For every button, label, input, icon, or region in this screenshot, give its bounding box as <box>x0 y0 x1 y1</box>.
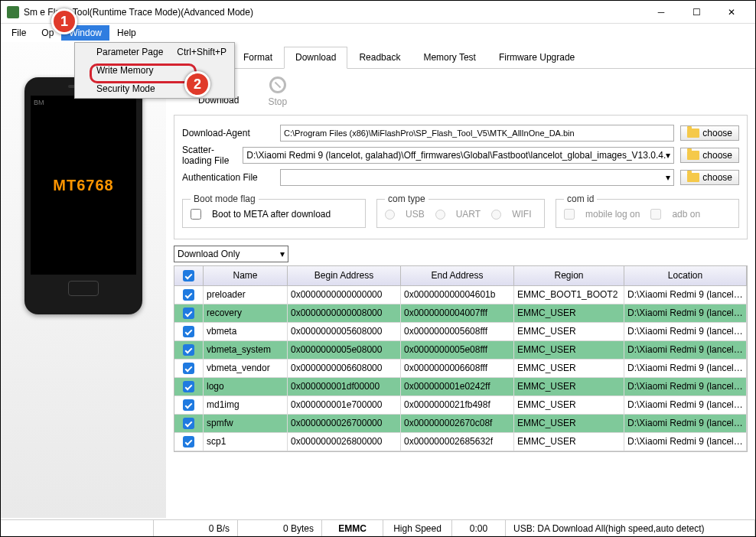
col-region[interactable]: Region <box>514 266 624 285</box>
home-button-icon <box>68 281 99 296</box>
table-row[interactable]: scp1 0x0000000026800000 0x00000000268563… <box>174 433 747 451</box>
cell-end: 0x0000000021fb498f <box>401 396 514 414</box>
status-bytes: 0 Bytes <box>238 520 322 536</box>
tab-firmware-upgrade[interactable]: Firmware Upgrade <box>487 47 586 68</box>
menu-file[interactable]: File <box>4 25 34 41</box>
minimize-button[interactable]: ─ <box>644 1 679 24</box>
table-row[interactable]: recovery 0x0000000000008000 0x0000000004… <box>174 304 747 323</box>
download-agent-input[interactable] <box>280 125 674 142</box>
cell-location: D:\Xiaomi Redmi 9 (lancelot, ... <box>624 360 747 377</box>
cell-begin: 0x0000000000008000 <box>288 304 401 322</box>
button-label: Stop <box>268 96 287 107</box>
cell-location: D:\Xiaomi Redmi 9 (lancelot, ... <box>624 415 747 432</box>
chip-label: MT6768 <box>53 177 113 194</box>
col-location[interactable]: Location <box>624 266 747 285</box>
choose-scatter-button[interactable]: choose <box>680 148 739 163</box>
menu-parameter-page[interactable]: Parameter Page Ctrl+Shift+P <box>75 43 234 61</box>
row-check[interactable] <box>174 341 204 359</box>
row-check[interactable] <box>174 415 204 432</box>
status-storage: EMMC <box>322 520 383 536</box>
cell-name: logo <box>204 378 288 395</box>
table-row[interactable]: vbmeta 0x0000000005608000 0x000000000560… <box>174 323 747 341</box>
cell-name: md1img <box>204 396 288 414</box>
table-row[interactable]: vbmeta_system 0x0000000005e08000 0x00000… <box>174 341 747 360</box>
row-check[interactable] <box>174 433 204 451</box>
cell-location: D:\Xiaomi Redmi 9 (lancelot, ... <box>624 304 747 322</box>
stop-button[interactable]: Stop <box>268 76 287 107</box>
row-check[interactable] <box>174 286 204 304</box>
auth-file-combo[interactable]: ▾ <box>280 169 674 186</box>
cell-begin: 0x000000001e700000 <box>288 396 401 414</box>
maximize-button[interactable]: ☐ <box>679 1 714 24</box>
cell-location: D:\Xiaomi Redmi 9 (lancelot, ... <box>624 433 747 451</box>
cell-end: 0x000000002670c08f <box>401 415 514 432</box>
window-title: Sm e Flash Tool(Runtime Trace Mode)(Adva… <box>24 7 644 18</box>
menu-item-label: Parameter Page <box>96 47 177 57</box>
row-check[interactable] <box>174 396 204 414</box>
col-name[interactable]: Name <box>204 266 288 285</box>
auth-label: Authentication File <box>182 172 274 183</box>
comtype-legend: com type <box>385 194 429 204</box>
close-button[interactable]: ✕ <box>714 1 749 24</box>
status-mode: High Speed <box>383 520 452 536</box>
col-begin[interactable]: Begin Address <box>288 266 401 285</box>
cell-end: 0x0000000005608fff <box>401 323 514 340</box>
cell-name: scp1 <box>204 433 288 451</box>
toolbar: Download Stop <box>166 69 755 115</box>
cell-end: 0x000000002685632f <box>401 433 514 451</box>
cell-end: 0x0000000004007fff <box>401 304 514 322</box>
cell-region: EMMC_USER <box>514 360 624 377</box>
row-check[interactable] <box>174 378 204 395</box>
folder-icon <box>687 129 699 138</box>
boot-meta-checkbox[interactable]: Boot to META after download <box>191 209 357 220</box>
cell-region: EMMC_USER <box>514 396 624 414</box>
left-panel: BM MT6768 <box>1 42 166 518</box>
table-row[interactable]: vbmeta_vendor 0x0000000006608000 0x00000… <box>174 360 747 378</box>
col-end[interactable]: End Address <box>401 266 514 285</box>
chevron-down-icon: ▾ <box>666 172 670 183</box>
cell-name: preloader <box>204 286 288 304</box>
chevron-down-icon: ▾ <box>666 150 670 161</box>
tab-readback[interactable]: Readback <box>347 47 412 68</box>
download-mode-select[interactable]: Download Only▾ <box>174 246 288 262</box>
form-area: Download-Agent choose Scatter-loading Fi… <box>174 115 748 239</box>
status-time: 0:00 <box>452 520 506 536</box>
col-check[interactable] <box>174 266 204 285</box>
choose-da-button[interactable]: choose <box>680 125 739 141</box>
cell-location: D:\Xiaomi Redmi 9 (lancelot, ... <box>624 396 747 414</box>
cell-region: EMMC_USER <box>514 304 624 322</box>
tab-memory-test[interactable]: Memory Test <box>412 47 487 68</box>
check-all[interactable] <box>183 270 194 282</box>
cell-location: D:\Xiaomi Redmi 9 (lancelot, ... <box>624 378 747 395</box>
row-check[interactable] <box>174 360 204 377</box>
mobile-log-checkbox: mobile log on <box>564 209 640 220</box>
choose-auth-button[interactable]: choose <box>680 170 739 185</box>
cell-end: 0x0000000005e08fff <box>401 341 514 359</box>
cell-region: EMMC_USER <box>514 433 624 451</box>
cell-region: EMMC_BOOT1_BOOT2 <box>514 286 624 304</box>
table-row[interactable]: preloader 0x0000000000000000 0x000000000… <box>174 286 747 304</box>
scatter-label: Scatter-loading File <box>182 145 236 166</box>
usb-radio: USB <box>385 209 425 220</box>
cell-begin: 0x0000000000000000 <box>288 286 401 304</box>
row-check[interactable] <box>174 304 204 322</box>
menu-write-memory[interactable]: Write Memory <box>75 61 234 80</box>
cell-location: D:\Xiaomi Redmi 9 (lancelot, ... <box>624 341 747 359</box>
tab-format[interactable]: Format <box>232 47 284 68</box>
cell-begin: 0x0000000026800000 <box>288 433 401 451</box>
table-row[interactable]: spmfw 0x0000000026700000 0x000000002670c… <box>174 415 747 433</box>
cell-name: vbmeta <box>204 323 288 340</box>
progress-bar <box>1 520 154 536</box>
menu-accel: Ctrl+Shift+P <box>177 47 226 57</box>
table-row[interactable]: md1img 0x000000001e700000 0x0000000021fb… <box>174 396 747 415</box>
cell-region: EMMC_USER <box>514 323 624 340</box>
row-check[interactable] <box>174 323 204 340</box>
tabbar: Format Download Readback Memory Test Fir… <box>166 42 755 69</box>
stop-icon <box>269 76 286 93</box>
scatter-file-combo[interactable]: D:\Xiaomi Redmi 9 (lancelot, galahad)\Of… <box>243 147 674 164</box>
menu-help[interactable]: Help <box>109 25 144 41</box>
statusbar: 0 B/s 0 Bytes EMMC High Speed 0:00 USB: … <box>1 519 755 536</box>
table-row[interactable]: logo 0x000000001df00000 0x000000001e0242… <box>174 378 747 396</box>
phone-preview: BM MT6768 <box>24 77 142 314</box>
tab-download[interactable]: Download <box>284 47 347 69</box>
